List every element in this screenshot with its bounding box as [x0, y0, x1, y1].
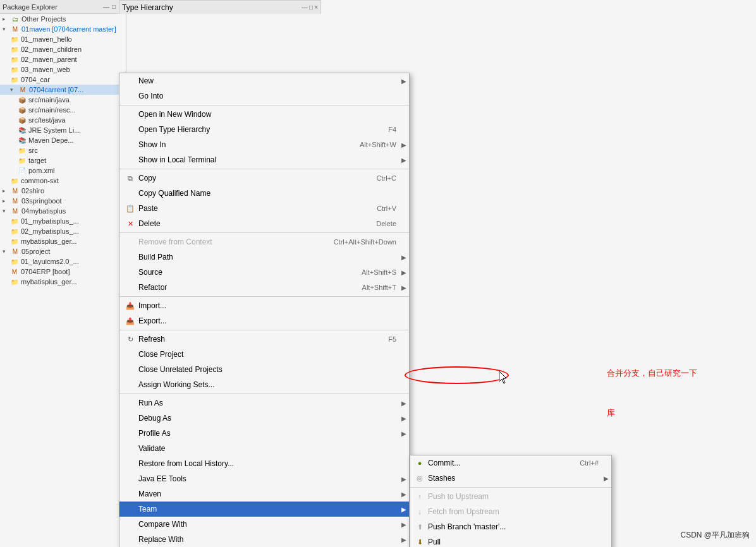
menu-item-show-in[interactable]: Show In Alt+Shift+W ▶	[119, 137, 409, 152]
restore-icon	[125, 458, 136, 469]
sidebar-item-layuicms[interactable]: 📁 01_layuicms2.0_...	[0, 256, 126, 267]
minimize-icon[interactable]: —	[102, 3, 111, 11]
sidebar-item-pom[interactable]: 📄 pom.xml	[0, 165, 126, 176]
menu-item-import[interactable]: 📥 Import...	[119, 298, 409, 313]
sidebar-item-maven-parent[interactable]: 📁 02_maven_parent	[0, 54, 126, 64]
menu-item-compare-with[interactable]: Compare With ▶	[119, 517, 409, 532]
menu-item-team[interactable]: Team ▶	[119, 502, 409, 517]
sidebar-item-mybatisplus-ger2[interactable]: 📁 mybatisplus_ger...	[0, 277, 126, 287]
xml-icon: 📄	[18, 166, 27, 175]
tree-item-label: 01_layuicms2.0_...	[21, 258, 79, 265]
menu-item-remove-context[interactable]: Remove from Context Ctrl+Alt+Shift+Down	[119, 234, 409, 249]
menu-item-restore-history[interactable]: Restore from Local History...	[119, 456, 409, 471]
sidebar-item-maven-web[interactable]: 📁 03_maven_web	[0, 64, 126, 75]
sidebar-item-target[interactable]: 📁 target	[0, 155, 126, 165]
sidebar-item-mybatisplus-2[interactable]: 📁 02_mybatisplus_...	[0, 226, 126, 236]
menu-item-validate[interactable]: Validate	[119, 441, 409, 456]
sidebar-item-src-test-java[interactable]: 📦 src/test/java	[0, 115, 126, 125]
menu-item-export[interactable]: 📤 Export...	[119, 313, 409, 328]
maven-icon: M	[11, 196, 20, 205]
menu-item-replace-with[interactable]: Replace With ▶	[119, 532, 409, 547]
sidebar-item-mybatisplus-1[interactable]: 📁 01_mybatisplus_...	[0, 216, 126, 226]
menu-item-assign-working-sets[interactable]: Assign Working Sets...	[119, 377, 409, 392]
menu-item-source[interactable]: Source Alt+Shift+S ▶	[119, 265, 409, 280]
type-hierarchy-tab[interactable]: Type Hierarchy — □ ×	[119, 0, 321, 14]
menu-item-delete[interactable]: ✕ Delete Delete	[119, 216, 409, 231]
sidebar-item-01maven[interactable]: ▾ M 01maven [0704carrent master]	[0, 24, 126, 34]
sidebar-item-03springboot[interactable]: ▸ M 03springboot	[0, 196, 126, 206]
tree-item-label: Other Projects	[21, 15, 66, 23]
sidebar-item-maven-children[interactable]: 📁 02_maven_children	[0, 44, 126, 54]
menu-item-new[interactable]: New ▶	[119, 73, 409, 88]
sidebar-item-02shiro[interactable]: ▸ M 02shiro	[0, 186, 126, 196]
menu-item-maven[interactable]: Maven ▶	[119, 486, 409, 502]
folder-icon: 📁	[10, 217, 19, 225]
menu-label-build-path: Build Path	[138, 253, 396, 261]
menu-item-refresh[interactable]: ↻ Refresh F5	[119, 332, 409, 347]
menu-item-paste[interactable]: 📋 Paste Ctrl+V	[119, 201, 409, 216]
git-pull[interactable]: ⬇ Pull	[410, 534, 611, 547]
git-separator	[410, 487, 611, 488]
menu-item-type-hierarchy[interactable]: Open Type Hierarchy F4	[119, 122, 409, 137]
sidebar-item-04mybatisplus[interactable]: ▾ M 04mybatisplus	[0, 206, 126, 216]
sidebar-item-maven-hello[interactable]: 📁 01_maven_hello	[0, 34, 126, 44]
sidebar-item-0704erp[interactable]: M 0704ERP [boot]	[0, 267, 126, 277]
menu-item-close-project[interactable]: Close Project	[119, 347, 409, 362]
menu-item-open-window[interactable]: Open in New Window	[119, 107, 409, 122]
sidebar-item-05project[interactable]: ▾ M 05project	[0, 246, 126, 256]
git-push-upstream[interactable]: ↑ Push to Upstream	[410, 489, 611, 504]
menu-separator	[119, 296, 409, 297]
menu-label-debug-as: Debug As	[138, 414, 396, 423]
git-stashes[interactable]: ◎ Stashes ▶	[410, 471, 611, 486]
sidebar-item-maven-dep[interactable]: 📚 Maven Depe...	[0, 135, 126, 145]
folder-icon: 📁	[18, 146, 27, 155]
folder-icon: 📁	[10, 176, 19, 185]
expand-arrow: ▾	[10, 87, 16, 93]
sidebar-item-other-projects[interactable]: ▸ 🗂 Other Projects	[0, 14, 126, 24]
menu-item-refactor[interactable]: Refactor Alt+Shift+T ▶	[119, 280, 409, 295]
sidebar-item-0704carrent[interactable]: ▾ M 0704carrent [07...	[0, 85, 126, 95]
menu-item-javaee-tools[interactable]: Java EE Tools ▶	[119, 471, 409, 486]
tree-item-label: 02_maven_children	[21, 45, 82, 53]
shortcut-refactor: Alt+Shift+T	[362, 284, 396, 291]
menu-label-assign: Assign Working Sets...	[138, 380, 396, 389]
tab-maximize-icon[interactable]: □	[309, 4, 313, 11]
folder-icon: 📁	[10, 55, 19, 64]
menu-label-close-unrelated: Close Unrelated Projects	[138, 365, 396, 374]
menu-item-copy-qualified[interactable]: Copy Qualified Name	[119, 186, 409, 201]
git-commit[interactable]: ● Commit... Ctrl+#	[410, 455, 611, 471]
sidebar-item-jre[interactable]: 📚 JRE System Li...	[0, 125, 126, 135]
submenu-arrow: ▶	[401, 141, 406, 148]
sidebar-item-src-main-resc[interactable]: 📦 src/main/resc...	[0, 105, 126, 115]
sidebar-item-0704car[interactable]: 📁 0704_car	[0, 75, 126, 85]
team-icon	[125, 503, 136, 515]
menu-item-profile-as[interactable]: Profile As ▶	[119, 426, 409, 441]
menu-item-build-path[interactable]: Build Path ▶	[119, 249, 409, 265]
menu-item-close-unrelated[interactable]: Close Unrelated Projects	[119, 362, 409, 377]
git-label-push-upstream: Push to Upstream	[428, 492, 599, 501]
menu-label-paste: Paste	[138, 204, 364, 213]
tree-item-label: src	[28, 147, 38, 154]
tab-close-icon[interactable]: ×	[314, 4, 318, 11]
menu-item-copy[interactable]: ⧉ Copy Ctrl+C	[119, 171, 409, 186]
menu-item-show-terminal[interactable]: Show in Local Terminal ▶	[119, 152, 409, 167]
sidebar-item-src-folder[interactable]: 📁 src	[0, 145, 126, 155]
tree-item-label: pom.xml	[28, 167, 55, 174]
menu-label-copy-qualified: Copy Qualified Name	[138, 189, 396, 198]
sidebar-item-common-sxt[interactable]: 📁 common-sxt	[0, 176, 126, 186]
expand-arrow: ▾	[3, 248, 9, 255]
sidebar-item-mybatisplus-ger[interactable]: 📁 mybatisplus_ger...	[0, 236, 126, 246]
maximize-icon[interactable]: □	[111, 3, 117, 11]
panel-title: Package Explorer	[3, 3, 102, 11]
project-icon: 🗂	[11, 15, 20, 23]
menu-item-debug-as[interactable]: Debug As ▶	[119, 411, 409, 426]
menu-item-go-into[interactable]: Go Into	[119, 88, 409, 104]
tab-minimize-icon[interactable]: —	[302, 4, 308, 11]
profile-icon	[125, 428, 136, 439]
git-fetch-upstream[interactable]: ↓ Fetch from Upstream	[410, 504, 611, 519]
git-label-push-branch: Push Branch 'master'...	[428, 522, 599, 531]
git-push-branch[interactable]: ⬆ Push Branch 'master'...	[410, 519, 611, 534]
menu-item-run-as[interactable]: Run As ▶	[119, 395, 409, 411]
sidebar-item-src-main-java[interactable]: 📦 src/main/java	[0, 95, 126, 105]
tree-item-label: src/test/java	[28, 116, 66, 124]
